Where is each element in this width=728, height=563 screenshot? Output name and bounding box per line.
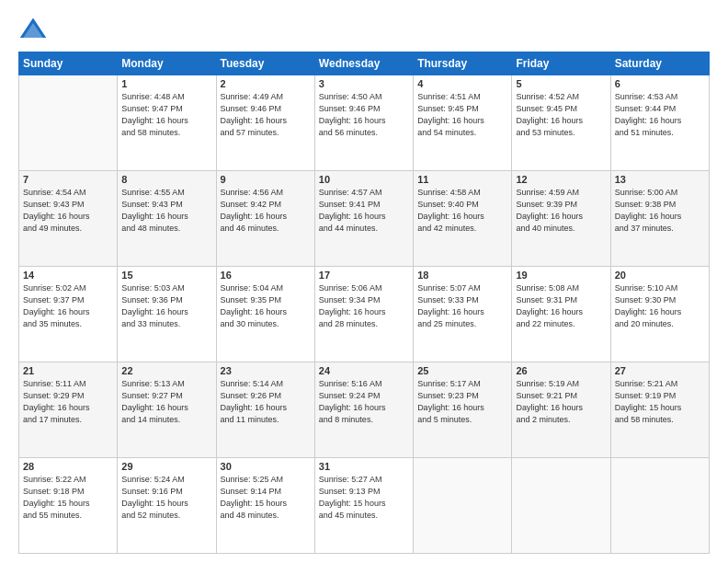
day-number: 27 <box>615 365 705 376</box>
day-info: Sunrise: 5:13 AMSunset: 9:27 PMDaylight:… <box>121 378 211 426</box>
day-info: Sunrise: 4:54 AMSunset: 9:43 PMDaylight:… <box>23 187 113 235</box>
calendar-cell: 5Sunrise: 4:52 AMSunset: 9:45 PMDaylight… <box>512 75 610 171</box>
day-info: Sunrise: 4:53 AMSunset: 9:44 PMDaylight:… <box>615 91 705 139</box>
weekday-header-wednesday: Wednesday <box>314 52 413 75</box>
day-number: 8 <box>121 174 211 185</box>
day-info: Sunrise: 5:27 AMSunset: 9:13 PMDaylight:… <box>319 474 409 522</box>
day-info: Sunrise: 4:57 AMSunset: 9:41 PMDaylight:… <box>319 187 409 235</box>
calendar-header-row: SundayMondayTuesdayWednesdayThursdayFrid… <box>19 52 710 75</box>
weekday-header-saturday: Saturday <box>610 52 709 75</box>
calendar-cell: 11Sunrise: 4:58 AMSunset: 9:40 PMDayligh… <box>414 171 512 267</box>
calendar-cell: 18Sunrise: 5:07 AMSunset: 9:33 PMDayligh… <box>414 267 512 362</box>
day-info: Sunrise: 5:25 AMSunset: 9:14 PMDaylight:… <box>221 474 311 522</box>
calendar-week-row: 1Sunrise: 4:48 AMSunset: 9:47 PMDaylight… <box>19 75 710 171</box>
calendar-cell: 8Sunrise: 4:55 AMSunset: 9:43 PMDaylight… <box>118 171 216 267</box>
day-number: 19 <box>516 270 606 281</box>
calendar-cell <box>414 458 512 554</box>
calendar-week-row: 21Sunrise: 5:11 AMSunset: 9:29 PMDayligh… <box>19 362 710 458</box>
day-number: 2 <box>221 78 311 89</box>
calendar-cell: 12Sunrise: 4:59 AMSunset: 9:39 PMDayligh… <box>512 171 610 267</box>
day-number: 23 <box>221 365 311 376</box>
day-number: 7 <box>23 174 113 185</box>
day-info: Sunrise: 5:10 AMSunset: 9:30 PMDaylight:… <box>615 282 705 330</box>
day-number: 21 <box>23 365 113 376</box>
calendar-cell: 20Sunrise: 5:10 AMSunset: 9:30 PMDayligh… <box>610 267 709 362</box>
calendar-cell: 1Sunrise: 4:48 AMSunset: 9:47 PMDaylight… <box>118 75 216 171</box>
day-number: 20 <box>615 270 705 281</box>
header <box>18 15 710 44</box>
day-info: Sunrise: 4:50 AMSunset: 9:46 PMDaylight:… <box>319 91 409 139</box>
calendar-cell: 31Sunrise: 5:27 AMSunset: 9:13 PMDayligh… <box>314 458 413 554</box>
day-info: Sunrise: 4:58 AMSunset: 9:40 PMDaylight:… <box>417 187 507 235</box>
day-number: 17 <box>319 270 409 281</box>
page: SundayMondayTuesdayWednesdayThursdayFrid… <box>0 0 728 563</box>
calendar-cell: 26Sunrise: 5:19 AMSunset: 9:21 PMDayligh… <box>512 362 610 458</box>
day-number: 6 <box>615 78 705 89</box>
calendar-cell: 3Sunrise: 4:50 AMSunset: 9:46 PMDaylight… <box>314 75 413 171</box>
calendar-week-row: 14Sunrise: 5:02 AMSunset: 9:37 PMDayligh… <box>19 267 710 362</box>
logo <box>18 15 51 44</box>
day-number: 9 <box>221 174 311 185</box>
calendar-cell: 25Sunrise: 5:17 AMSunset: 9:23 PMDayligh… <box>414 362 512 458</box>
day-number: 30 <box>221 461 311 472</box>
day-info: Sunrise: 5:21 AMSunset: 9:19 PMDaylight:… <box>615 378 705 426</box>
calendar-cell: 13Sunrise: 5:00 AMSunset: 9:38 PMDayligh… <box>610 171 709 267</box>
calendar-week-row: 7Sunrise: 4:54 AMSunset: 9:43 PMDaylight… <box>19 171 710 267</box>
day-info: Sunrise: 5:03 AMSunset: 9:36 PMDaylight:… <box>121 282 211 330</box>
calendar-table: SundayMondayTuesdayWednesdayThursdayFrid… <box>18 52 710 554</box>
day-info: Sunrise: 4:51 AMSunset: 9:45 PMDaylight:… <box>417 91 507 139</box>
day-info: Sunrise: 5:24 AMSunset: 9:16 PMDaylight:… <box>121 474 211 522</box>
calendar-cell: 21Sunrise: 5:11 AMSunset: 9:29 PMDayligh… <box>19 362 118 458</box>
calendar-cell: 24Sunrise: 5:16 AMSunset: 9:24 PMDayligh… <box>314 362 413 458</box>
day-number: 4 <box>417 78 507 89</box>
calendar-cell: 4Sunrise: 4:51 AMSunset: 9:45 PMDaylight… <box>414 75 512 171</box>
day-info: Sunrise: 4:56 AMSunset: 9:42 PMDaylight:… <box>221 187 311 235</box>
day-number: 1 <box>121 78 211 89</box>
day-info: Sunrise: 5:07 AMSunset: 9:33 PMDaylight:… <box>417 282 507 330</box>
day-number: 31 <box>319 461 409 472</box>
day-number: 10 <box>319 174 409 185</box>
day-number: 22 <box>121 365 211 376</box>
calendar-cell: 14Sunrise: 5:02 AMSunset: 9:37 PMDayligh… <box>19 267 118 362</box>
day-info: Sunrise: 5:17 AMSunset: 9:23 PMDaylight:… <box>417 378 507 426</box>
day-number: 24 <box>319 365 409 376</box>
logo-icon <box>18 15 48 44</box>
day-number: 25 <box>417 365 507 376</box>
day-number: 5 <box>516 78 606 89</box>
day-info: Sunrise: 5:16 AMSunset: 9:24 PMDaylight:… <box>319 378 409 426</box>
calendar-cell: 29Sunrise: 5:24 AMSunset: 9:16 PMDayligh… <box>118 458 216 554</box>
day-number: 11 <box>417 174 507 185</box>
calendar-cell: 28Sunrise: 5:22 AMSunset: 9:18 PMDayligh… <box>19 458 118 554</box>
calendar-cell <box>610 458 709 554</box>
weekday-header-friday: Friday <box>512 52 610 75</box>
weekday-header-tuesday: Tuesday <box>216 52 314 75</box>
calendar-cell: 16Sunrise: 5:04 AMSunset: 9:35 PMDayligh… <box>216 267 314 362</box>
calendar-cell: 6Sunrise: 4:53 AMSunset: 9:44 PMDaylight… <box>610 75 709 171</box>
calendar-cell: 10Sunrise: 4:57 AMSunset: 9:41 PMDayligh… <box>314 171 413 267</box>
day-info: Sunrise: 5:02 AMSunset: 9:37 PMDaylight:… <box>23 282 113 330</box>
day-info: Sunrise: 5:00 AMSunset: 9:38 PMDaylight:… <box>615 187 705 235</box>
calendar-cell: 27Sunrise: 5:21 AMSunset: 9:19 PMDayligh… <box>610 362 709 458</box>
calendar-cell: 7Sunrise: 4:54 AMSunset: 9:43 PMDaylight… <box>19 171 118 267</box>
day-info: Sunrise: 5:06 AMSunset: 9:34 PMDaylight:… <box>319 282 409 330</box>
calendar-cell: 23Sunrise: 5:14 AMSunset: 9:26 PMDayligh… <box>216 362 314 458</box>
day-info: Sunrise: 4:48 AMSunset: 9:47 PMDaylight:… <box>121 91 211 139</box>
day-number: 18 <box>417 270 507 281</box>
day-info: Sunrise: 4:55 AMSunset: 9:43 PMDaylight:… <box>121 187 211 235</box>
day-info: Sunrise: 5:04 AMSunset: 9:35 PMDaylight:… <box>221 282 311 330</box>
day-info: Sunrise: 5:11 AMSunset: 9:29 PMDaylight:… <box>23 378 113 426</box>
weekday-header-thursday: Thursday <box>414 52 512 75</box>
day-info: Sunrise: 5:22 AMSunset: 9:18 PMDaylight:… <box>23 474 113 522</box>
calendar-cell: 2Sunrise: 4:49 AMSunset: 9:46 PMDaylight… <box>216 75 314 171</box>
day-info: Sunrise: 4:59 AMSunset: 9:39 PMDaylight:… <box>516 187 606 235</box>
calendar-week-row: 28Sunrise: 5:22 AMSunset: 9:18 PMDayligh… <box>19 458 710 554</box>
day-number: 16 <box>221 270 311 281</box>
day-info: Sunrise: 4:49 AMSunset: 9:46 PMDaylight:… <box>221 91 311 139</box>
day-number: 15 <box>121 270 211 281</box>
weekday-header-monday: Monday <box>118 52 216 75</box>
day-info: Sunrise: 4:52 AMSunset: 9:45 PMDaylight:… <box>516 91 606 139</box>
calendar-cell: 22Sunrise: 5:13 AMSunset: 9:27 PMDayligh… <box>118 362 216 458</box>
calendar-cell: 15Sunrise: 5:03 AMSunset: 9:36 PMDayligh… <box>118 267 216 362</box>
day-number: 28 <box>23 461 113 472</box>
calendar-cell: 19Sunrise: 5:08 AMSunset: 9:31 PMDayligh… <box>512 267 610 362</box>
